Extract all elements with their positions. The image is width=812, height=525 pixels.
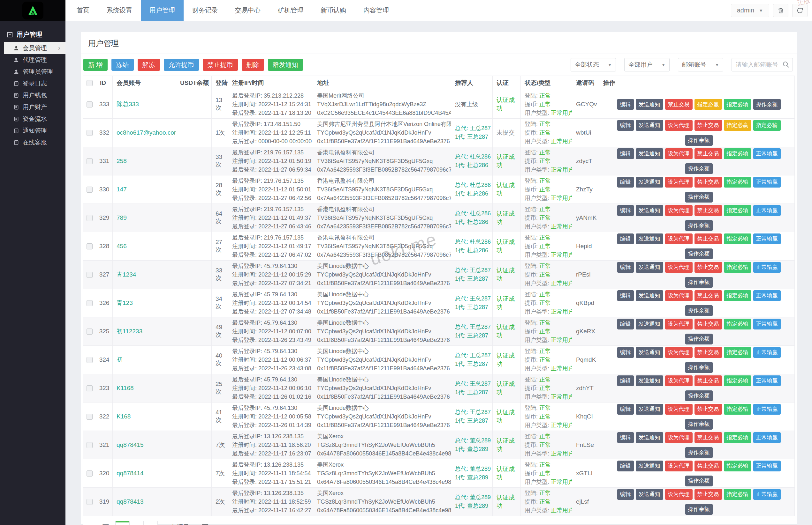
row-action-button-6[interactable]: 指定必输 <box>753 120 781 131</box>
row-action-button-2[interactable]: 发送通知 <box>636 347 663 358</box>
page-number-2[interactable]: 2 <box>129 521 144 525</box>
sidebar-item-3[interactable]: 管理员管理 <box>0 66 66 77</box>
member-account-link[interactable]: 初112233 <box>117 327 142 335</box>
row-checkbox[interactable] <box>87 130 92 136</box>
member-account-link[interactable]: qq878415 <box>117 441 144 448</box>
row-action-button-4[interactable]: 禁止交易 <box>695 234 722 244</box>
row-action-button-3[interactable]: 设为代理 <box>665 347 693 358</box>
row-action-button-6[interactable]: 操作余额 <box>753 99 781 110</box>
row-action-button-2[interactable]: 发送通知 <box>636 319 663 329</box>
bulk-button-2[interactable]: 冻结 <box>112 59 134 71</box>
row-action-button-4[interactable]: 禁止交易 <box>695 120 722 131</box>
row-action-button-1[interactable]: 编辑 <box>617 99 634 110</box>
row-action-button-1[interactable]: 编辑 <box>617 205 634 216</box>
row-action-button-2[interactable]: 发送通知 <box>636 375 663 386</box>
row-action-button-7[interactable]: 操作余额 <box>685 220 713 231</box>
row-action-button-7[interactable]: 操作余额 <box>685 192 713 202</box>
row-action-button-2[interactable]: 发送通知 <box>636 461 663 471</box>
sidebar-item-4[interactable]: 登录日志 <box>0 77 66 89</box>
nav-tab-4[interactable]: 财务记录 <box>184 0 227 21</box>
member-account-link[interactable]: qq878414 <box>117 470 144 477</box>
row-action-button-6[interactable]: 正常输赢 <box>753 177 781 188</box>
row-action-button-3[interactable]: 设为代理 <box>665 319 693 329</box>
row-action-button-1[interactable]: 编辑 <box>617 461 634 471</box>
bulk-button-1[interactable]: 新 增 <box>83 59 107 71</box>
row-action-button-5[interactable]: 指定必输 <box>724 404 751 415</box>
row-action-button-6[interactable]: 正常输赢 <box>753 234 781 244</box>
row-action-button-2[interactable]: 发送通知 <box>636 148 663 159</box>
row-action-button-5[interactable]: 指定必输 <box>724 347 751 358</box>
row-action-button-1[interactable]: 编辑 <box>617 432 634 443</box>
row-action-button-6[interactable]: 正常输赢 <box>753 461 781 471</box>
row-checkbox[interactable] <box>87 442 92 448</box>
row-action-button-7[interactable]: 操作余额 <box>685 476 713 486</box>
row-action-button-4[interactable]: 禁止交易 <box>695 461 722 471</box>
nav-tab-6[interactable]: 矿机管理 <box>269 0 312 21</box>
row-action-button-3[interactable]: 设为代理 <box>665 234 693 244</box>
row-action-button-5[interactable]: 指定必输 <box>724 99 751 110</box>
row-action-button-5[interactable]: 指定必输 <box>724 205 751 216</box>
row-action-button-7[interactable]: 操作余额 <box>685 504 713 515</box>
select-all-checkbox[interactable] <box>87 80 92 86</box>
row-action-button-6[interactable]: 正常输赢 <box>753 432 781 443</box>
row-action-button-7[interactable]: 操作余额 <box>685 249 713 259</box>
nav-tab-7[interactable]: 新币认购 <box>312 0 355 21</box>
member-account-link[interactable]: 陈总333 <box>117 100 139 108</box>
row-action-button-4[interactable]: 禁止交易 <box>695 489 722 500</box>
admin-menu-button[interactable]: admin ▼ <box>731 4 769 17</box>
row-action-button-1[interactable]: 编辑 <box>617 120 634 131</box>
row-action-button-2[interactable]: 发送通知 <box>636 489 663 500</box>
sidebar-item-9[interactable]: 在线客服 <box>0 136 66 148</box>
row-action-button-2[interactable]: 发送通知 <box>636 120 663 131</box>
row-action-button-3[interactable]: 设为代理 <box>665 177 693 188</box>
row-action-button-1[interactable]: 编辑 <box>617 234 634 244</box>
row-checkbox[interactable] <box>87 215 92 221</box>
filter-select-3[interactable]: 邮箱账号▼ <box>678 58 723 72</box>
row-action-button-1[interactable]: 编辑 <box>617 347 634 358</box>
row-action-button-2[interactable]: 发送通知 <box>636 177 663 188</box>
row-action-button-5[interactable]: 指定必输 <box>724 290 751 301</box>
member-account-link[interactable]: oc8ho617@yahoo.com <box>117 129 176 136</box>
row-action-button-6[interactable]: 正常输赢 <box>753 375 781 386</box>
row-action-button-2[interactable]: 发送通知 <box>636 205 663 216</box>
row-action-button-5[interactable]: 指定必输 <box>724 375 751 386</box>
nav-tab-8[interactable]: 内容管理 <box>355 0 397 21</box>
row-action-button-5[interactable]: 指定必输 <box>724 262 751 273</box>
member-account-link[interactable]: 青123 <box>117 299 133 307</box>
row-action-button-6[interactable]: 正常输赢 <box>753 347 781 358</box>
row-action-button-1[interactable]: 编辑 <box>617 375 634 386</box>
row-checkbox[interactable] <box>87 414 92 420</box>
row-action-button-1[interactable]: 编辑 <box>617 148 634 159</box>
row-checkbox[interactable] <box>87 158 92 164</box>
bulk-button-5[interactable]: 禁止提币 <box>203 59 238 71</box>
row-action-button-5[interactable]: 指定必赢 <box>724 120 751 131</box>
row-action-button-4[interactable]: 禁止交易 <box>695 290 722 301</box>
member-account-link[interactable]: 初 <box>117 356 122 364</box>
row-action-button-7[interactable]: 操作余额 <box>685 390 713 401</box>
row-action-button-1[interactable]: 编辑 <box>617 404 634 415</box>
nav-tab-1[interactable]: 首页 <box>68 0 98 21</box>
row-action-button-1[interactable]: 编辑 <box>617 177 634 188</box>
row-action-button-2[interactable]: 发送通知 <box>636 234 663 244</box>
row-action-button-1[interactable]: 编辑 <box>617 290 634 301</box>
row-checkbox[interactable] <box>87 243 92 250</box>
nav-tab-2[interactable]: 系统设置 <box>98 0 141 21</box>
row-action-button-7[interactable]: 操作余额 <box>685 163 713 174</box>
row-action-button-1[interactable]: 编辑 <box>617 319 634 329</box>
row-action-button-6[interactable]: 正常输赢 <box>753 489 781 500</box>
row-action-button-7[interactable]: 操作余额 <box>685 362 713 373</box>
row-checkbox[interactable] <box>87 385 92 391</box>
row-action-button-4[interactable]: 禁止交易 <box>695 319 722 329</box>
nav-tab-5[interactable]: 交易中心 <box>227 0 269 21</box>
row-action-button-4[interactable]: 禁止交易 <box>695 205 722 216</box>
row-action-button-7[interactable]: 操作余额 <box>685 305 713 316</box>
row-checkbox[interactable] <box>87 186 92 193</box>
member-account-link[interactable]: K168 <box>117 413 131 420</box>
bulk-button-6[interactable]: 删除 <box>242 59 264 71</box>
sidebar-item-5[interactable]: 用户钱包 <box>0 89 66 101</box>
sidebar-item-7[interactable]: 资金流水 <box>0 113 66 125</box>
row-checkbox[interactable] <box>87 470 92 477</box>
member-account-link[interactable]: 789 <box>117 214 127 221</box>
row-action-button-6[interactable]: 正常输赢 <box>753 404 781 415</box>
filter-select-2[interactable]: 全部用户▼ <box>624 58 670 72</box>
